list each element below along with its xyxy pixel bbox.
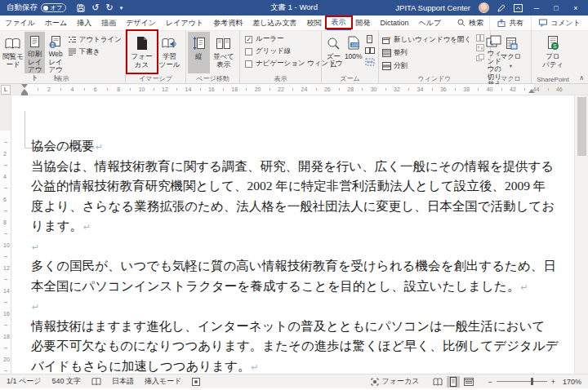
print-layout-button[interactable]: 印刷 レイアウト [24, 32, 45, 73]
document-line[interactable]: ↵ [31, 296, 570, 317]
right-indent-marker[interactable] [528, 89, 535, 93]
zoom-slider-thumb[interactable] [531, 378, 533, 385]
ribbon-display-options-icon[interactable] [514, 4, 523, 12]
document-line[interactable]: 情報技術はますます進化し、インターネットの普及とともにパソコンは一般生活において [31, 317, 570, 337]
first-line-indent-marker[interactable] [21, 84, 28, 88]
outline-view-button[interactable]: アウトライン [66, 33, 123, 46]
side-to-side-button[interactable]: 並べて 表示 [210, 32, 238, 73]
read-mode-label: 閲覧モード [2, 53, 24, 69]
share-button[interactable]: 共有 [489, 16, 531, 30]
one-page-button[interactable] [363, 34, 376, 44]
undo-icon[interactable]: ↺ [91, 2, 99, 13]
web-layout-view-button[interactable] [462, 376, 475, 388]
tab-layout[interactable]: レイアウト [161, 16, 208, 30]
scrollbar-thumb[interactable] [577, 97, 586, 156]
document-line[interactable]: 度より、さらなる業務拡張のため、法人格を一般社団法人に変更し、日本全国で活動して… [31, 197, 570, 217]
document-line[interactable]: 協会の概要↵ [31, 136, 570, 157]
synchronous-scrolling-icon[interactable] [476, 44, 484, 51]
close-button[interactable]: × [570, 4, 581, 12]
proofing-icon[interactable] [91, 378, 101, 386]
tab-file[interactable]: ファイル [0, 16, 40, 30]
horizontal-ruler[interactable]: L 24681012141618202224262830323436384042… [0, 84, 588, 95]
page-indicator[interactable]: 1/1 ページ [7, 376, 41, 387]
properties-button[interactable]: S プロ パティ [537, 32, 569, 73]
save-icon[interactable] [77, 4, 85, 12]
language-indicator[interactable]: 日本語 [112, 376, 134, 387]
document-line[interactable]: ↵ [31, 237, 570, 257]
split-button[interactable]: 分割 [381, 60, 473, 72]
tab-home[interactable]: ホーム [40, 16, 72, 30]
zoom-slider-track[interactable] [497, 381, 547, 382]
macros-button[interactable]: マクロ ▾ [497, 32, 526, 73]
new-window-button[interactable]: 新しいウィンドウを開く [381, 33, 473, 46]
editing-mode-pencil-icon[interactable] [497, 4, 506, 12]
ribbon-group-macros: マクロ ▾ マクロ [491, 31, 532, 83]
ribbon-view-tab: 閲覧モード 印刷 レイアウト Web レイアウト アウトライン [0, 31, 588, 84]
autosave-switch[interactable]: オフ [41, 3, 66, 12]
tab-draw[interactable]: 描画 [96, 16, 121, 30]
tab-insert[interactable]: 挿入 [72, 16, 96, 30]
document-line[interactable]: 必要不可欠なものになりつつあります。またその進歩は驚くほど早く、比例してデジタル… [31, 336, 570, 357]
search-box[interactable]: 検索 [457, 16, 483, 30]
document-line[interactable]: 公益的情報技術教育研究機関として、2002 年に特定非営利活動法人として設立後、… [31, 176, 570, 197]
insert-mode-indicator[interactable]: 挿入モード [145, 376, 181, 387]
document-line[interactable]: バイドもさらに加速しつつあります。↵ [31, 357, 570, 374]
paragraph-mark: ↵ [96, 142, 103, 153]
document-text[interactable]: 協会の概要↵当協会は、情報技術教育に関する調査、研究、開発を行い、広く一般にその… [31, 136, 570, 374]
qat-customize-icon[interactable]: ▾ [120, 5, 123, 11]
tab-view[interactable]: 表示 [327, 16, 351, 30]
print-layout-view-button[interactable] [447, 376, 460, 388]
ruler-tick [501, 88, 502, 91]
page-width-button[interactable] [363, 57, 376, 67]
minimize-button[interactable]: ─ [531, 4, 542, 12]
tab-help[interactable]: ヘルプ [414, 16, 447, 30]
document-page[interactable]: 協会の概要↵当協会は、情報技術教育に関する調査、研究、開発を行い、広く一般にその… [11, 95, 574, 374]
ruler-number: 34 [416, 86, 423, 92]
tab-stop-selector[interactable]: L [1, 85, 11, 95]
vertical-ruler[interactable]: 2468101214161820 [0, 95, 11, 374]
multiple-pages-button[interactable] [363, 46, 376, 55]
ruler-number: 16 [3, 311, 10, 317]
document-line[interactable]: 本全国にパソコンインストラクターを養成することを目的とし、設立いたしました。↵ [31, 277, 570, 297]
vertical-scrollbar[interactable] [574, 95, 588, 374]
document-line[interactable]: ります。↵ [31, 216, 570, 237]
reset-window-position-icon[interactable] [476, 54, 484, 61]
arrange-all-button[interactable]: 整列 [381, 47, 473, 59]
document-line[interactable]: 多くの国民が、いつでも気軽に質の高い情報技術教育を受けられる機会を創出するため、… [31, 256, 570, 277]
tab-references[interactable]: 参考資料 [208, 16, 247, 30]
redo-icon[interactable]: ↻ [106, 2, 114, 13]
tab-design[interactable]: デザイン [121, 16, 161, 30]
autosave-toggle[interactable]: 自動保存 オフ [7, 2, 66, 13]
focus-mode-button[interactable]: フォーカス [371, 376, 420, 387]
gridlines-checkbox-label: グリッド線 [256, 47, 291, 56]
ruler-number: 14 [185, 86, 191, 92]
vertical-page-movement-button[interactable]: 縦 [188, 32, 210, 73]
macro-recording-icon[interactable] [192, 378, 200, 386]
tab-dictation[interactable]: Dictation [376, 16, 414, 30]
zoom-out-button[interactable]: − [488, 378, 492, 386]
tab-review[interactable]: 校閲 [302, 16, 327, 30]
read-mode-button[interactable]: 閲覧モード [2, 32, 24, 73]
line-text: 協会の概要 [31, 139, 95, 153]
zoom-slider[interactable]: − + [488, 378, 555, 386]
view-side-by-side-icon[interactable] [476, 34, 484, 42]
zoom-100-button[interactable]: 100 100% [344, 32, 364, 73]
account-name[interactable]: JPITA Support Center [395, 3, 470, 12]
draft-view-button[interactable]: 下書き [66, 46, 123, 58]
word-count[interactable]: 540 文字 [51, 376, 81, 387]
zoom-button[interactable]: ズーム [323, 32, 344, 73]
learning-tools-button[interactable]: 学習 ツール [156, 32, 184, 73]
focus-button[interactable]: フォー カス [128, 32, 156, 73]
document-line[interactable]: 当協会は、情報技術教育に関する調査、研究、開発を行い、広く一般にその情報を提供す… [31, 157, 570, 177]
zoom-in-button[interactable]: + [551, 378, 555, 386]
comments-button[interactable]: コメント [531, 16, 588, 30]
tab-developer[interactable]: 開発 [351, 16, 376, 30]
collapse-ribbon-icon[interactable]: ∧ [579, 74, 584, 82]
ruler-number: 12 [3, 265, 10, 271]
avatar[interactable] [479, 2, 489, 13]
web-layout-button[interactable]: Web レイアウト [45, 32, 65, 73]
zoom-percentage[interactable]: 170% [563, 378, 581, 386]
read-mode-view-button[interactable] [431, 376, 444, 388]
maximize-button[interactable]: □ [550, 4, 562, 12]
tab-mailings[interactable]: 差し込み文書 [247, 16, 301, 30]
